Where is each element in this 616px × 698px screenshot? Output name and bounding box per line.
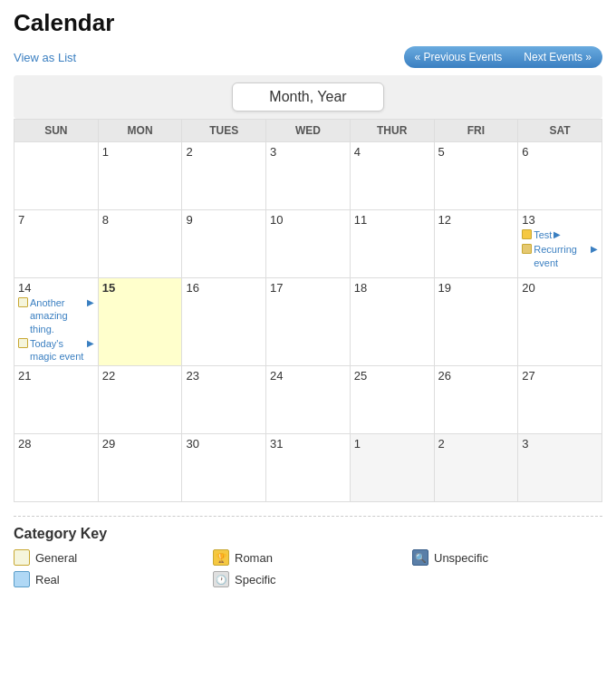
next-events-button[interactable]: Next Events » [513, 46, 602, 68]
calendar-table: SUNMONTUESWEDTHURFRISAT 1234567891011121… [14, 119, 602, 502]
calendar-cell-3-5[interactable]: 26 [434, 366, 518, 434]
day-number: 8 [102, 213, 178, 227]
calendar-cell-2-0[interactable]: 14Another amazing thing. ▶Today's magic … [14, 278, 99, 366]
calendar-cell-0-4[interactable]: 4 [350, 142, 434, 210]
calendar-cell-1-0[interactable]: 7 [14, 210, 99, 278]
view-as-list-link[interactable]: View as List [14, 51, 76, 64]
day-number: 4 [354, 145, 430, 159]
general-key-icon [14, 549, 30, 566]
day-number: 6 [522, 145, 598, 159]
category-key-title: Category Key [14, 526, 602, 542]
day-number: 26 [438, 369, 515, 383]
calendar-cell-3-3[interactable]: 24 [266, 366, 351, 434]
day-number: 22 [102, 369, 178, 383]
day-number: 30 [186, 437, 262, 451]
calendar-cell-1-3[interactable]: 10 [266, 210, 351, 278]
calendar-event[interactable]: Test ▶ [522, 228, 598, 241]
month-year-banner: Month, Year [14, 75, 602, 119]
calendar-cell-3-2[interactable]: 23 [182, 366, 266, 434]
calendar-cell-1-2[interactable]: 9 [182, 210, 266, 278]
page-title: Calendar [14, 9, 602, 37]
day-number: 7 [18, 213, 94, 227]
calendar-page: Calendar View as List « Previous Events … [0, 0, 616, 596]
day-number: 16 [186, 281, 262, 295]
day-number: 13 [522, 213, 598, 227]
event-label: Recurring event [534, 243, 589, 269]
weekday-header-row: SUNMONTUESWEDTHURFRISAT [14, 120, 602, 142]
calendar-cell-0-3[interactable]: 3 [266, 142, 351, 210]
key-label: General [35, 551, 77, 565]
key-grid: General🏆Roman🔍UnspecificReal🕐Specific [14, 549, 602, 587]
day-number: 11 [354, 213, 430, 227]
calendar-cell-3-0[interactable]: 21 [14, 366, 99, 434]
calendar-cell-0-6[interactable]: 6 [518, 142, 602, 210]
category-key: Category Key General🏆Roman🔍UnspecificRea… [14, 516, 602, 587]
day-number: 1 [102, 145, 178, 159]
key-label: Unspecific [434, 551, 488, 565]
day-number: 31 [270, 437, 346, 451]
calendar-cell-2-3[interactable]: 17 [266, 278, 351, 366]
calendar-cell-4-5[interactable]: 2 [434, 434, 518, 502]
calendar-cell-1-1[interactable]: 8 [98, 210, 182, 278]
roman-key-icon: 🏆 [213, 549, 229, 566]
calendar-cell-2-6[interactable]: 20 [518, 278, 602, 366]
calendar-header: SUNMONTUESWEDTHURFRISAT [14, 120, 602, 142]
calendar-cell-2-1[interactable]: 15 [98, 278, 182, 366]
calendar-cell-4-1[interactable]: 29 [98, 434, 182, 502]
calendar-cell-0-5[interactable]: 5 [434, 142, 518, 210]
calendar-cell-1-6[interactable]: 13Test ▶Recurring event ▶ [518, 210, 602, 278]
day-number: 28 [18, 437, 94, 451]
calendar-cell-2-2[interactable]: 16 [182, 278, 266, 366]
day-number: 24 [270, 369, 346, 383]
day-number: 3 [522, 437, 598, 451]
calendar-week-0: 123456 [14, 142, 602, 210]
calendar-cell-3-1[interactable]: 22 [98, 366, 182, 434]
day-number: 14 [18, 281, 94, 295]
calendar-week-2: 14Another amazing thing. ▶Today's magic … [14, 278, 602, 366]
key-label: Roman [235, 551, 273, 565]
event-arrow-icon: ▶ [87, 296, 94, 308]
calendar-week-4: 28293031123 [14, 434, 602, 502]
calendar-cell-4-2[interactable]: 30 [182, 434, 266, 502]
calendar-cell-4-0[interactable]: 28 [14, 434, 99, 502]
calendar-event[interactable]: Today's magic event ▶ [18, 337, 94, 364]
calendar-cell-0-0[interactable] [14, 142, 99, 210]
key-item-general: General [14, 549, 204, 566]
calendar-cell-4-3[interactable]: 31 [266, 434, 351, 502]
weekday-header-wed: WED [266, 120, 351, 142]
event-label: Test [534, 228, 552, 241]
calendar-event[interactable]: Recurring event ▶ [522, 243, 598, 269]
calendar-week-1: 78910111213Test ▶Recurring event ▶ [14, 210, 602, 278]
unspecific-key-icon: 🔍 [412, 549, 428, 566]
calendar-cell-2-5[interactable]: 19 [434, 278, 518, 366]
top-bar: View as List « Previous Events Next Even… [14, 46, 602, 68]
day-number: 2 [438, 437, 515, 451]
general-event-icon [18, 338, 28, 348]
key-label: Real [35, 573, 60, 587]
prev-events-button[interactable]: « Previous Events [404, 46, 514, 68]
calendar-cell-0-2[interactable]: 2 [182, 142, 266, 210]
calendar-cell-1-5[interactable]: 12 [434, 210, 518, 278]
weekday-header-fri: FRI [434, 120, 518, 142]
event-arrow-icon: ▶ [591, 243, 598, 255]
day-number: 10 [270, 213, 346, 227]
event-label: Today's magic event [30, 337, 85, 364]
calendar-cell-0-1[interactable]: 1 [98, 142, 182, 210]
calendar-cell-3-6[interactable]: 27 [518, 366, 602, 434]
calendar-cell-2-4[interactable]: 18 [350, 278, 434, 366]
day-number: 21 [18, 369, 94, 383]
calendar-cell-3-4[interactable]: 25 [350, 366, 434, 434]
calendar-event[interactable]: Another amazing thing. ▶ [18, 296, 94, 335]
calendar-cell-1-4[interactable]: 11 [350, 210, 434, 278]
key-item-roman: 🏆Roman [213, 549, 403, 566]
recurring-event-icon [522, 244, 532, 254]
event-arrow-icon: ▶ [553, 228, 561, 240]
calendar-cell-4-6[interactable]: 3 [518, 434, 602, 502]
day-number: 29 [102, 437, 178, 451]
day-number: 2 [186, 145, 262, 159]
day-number: 3 [270, 145, 346, 159]
day-number: 27 [522, 369, 598, 383]
real-key-icon [14, 571, 30, 587]
day-number: 18 [354, 281, 430, 295]
calendar-cell-4-4[interactable]: 1 [350, 434, 434, 502]
